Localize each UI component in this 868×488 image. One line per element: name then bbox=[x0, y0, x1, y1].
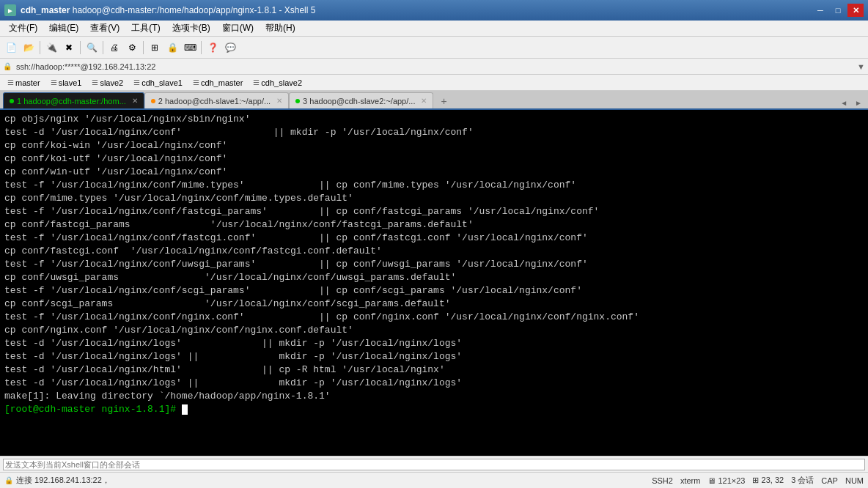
bookmark-icon-cdh-slave2: ☰ bbox=[253, 78, 260, 86]
terminal-cursor bbox=[182, 404, 188, 415]
prompt-text: [root@cdh-master nginx-1.8.1]# bbox=[4, 404, 182, 415]
keyboard-button[interactable]: ⌨ bbox=[182, 40, 198, 56]
settings-button[interactable]: ⚙ bbox=[124, 40, 140, 56]
bookmark-icon-slave1: ☰ bbox=[51, 78, 57, 86]
pos-status: ⊞ 23, 32 bbox=[752, 476, 784, 485]
print-button[interactable]: 🖨 bbox=[106, 40, 122, 56]
bookmark-cdh-master[interactable]: ☰ cdh_master bbox=[188, 77, 247, 89]
status-bar: 🔒 连接 192.168.241.13:22， SSH2 xterm 🖥 121… bbox=[0, 472, 868, 488]
terminal-line-23: [root@cdh-master nginx-1.8.1]# bbox=[4, 403, 864, 416]
tab-label-2: 2 hadoop@cdh-slave1:~/app/... bbox=[158, 97, 271, 106]
terminal-line-2: test -d '/usr/local/nginx/conf' || mkdir… bbox=[4, 126, 864, 139]
toolbar: 📄 📂 🔌 ✖ 🔍 🖨 ⚙ ⊞ 🔒 ⌨ ❓ 💬 bbox=[0, 37, 868, 59]
terminal-line-4: cp conf/koi-utf '/usr/local/nginx/conf' bbox=[4, 152, 864, 166]
tab-label-1: 1 hadoop@cdh-master:/hom... bbox=[17, 97, 126, 106]
search-button[interactable]: 🔍 bbox=[84, 40, 100, 56]
title-text: cdh_master hadoop@cdh-master:/home/hadoo… bbox=[21, 5, 315, 15]
bookmark-label-cdh-master: cdh_master bbox=[201, 78, 243, 87]
maximize-button[interactable]: □ bbox=[830, 4, 846, 17]
cap-status: CAP bbox=[821, 476, 838, 485]
bookmark-slave2[interactable]: ☰ slave2 bbox=[87, 77, 128, 89]
title-subtitle: hadoop@cdh-master:/home/hadoop/app/nginx… bbox=[73, 5, 316, 15]
bookmark-label-cdh-slave1: cdh_slave1 bbox=[141, 78, 183, 87]
tab-dot-3 bbox=[295, 99, 300, 103]
address-text: ssh://hadoop:*****@192.168.241.13:22 bbox=[16, 62, 155, 71]
sessions-status: 3 会话 bbox=[791, 475, 814, 486]
help-icon-button[interactable]: ❓ bbox=[205, 40, 221, 56]
app-icon: ► bbox=[4, 4, 16, 16]
connection-status: 连接 192.168.241.13:22， bbox=[16, 475, 110, 486]
tabs-nav-right[interactable]: ► bbox=[852, 97, 865, 108]
new-tab-button[interactable]: + bbox=[436, 94, 451, 108]
bookmark-slave1[interactable]: ☰ slave1 bbox=[46, 77, 87, 89]
toolbar-sep-5 bbox=[201, 41, 202, 54]
address-dropdown-icon[interactable]: ▼ bbox=[857, 62, 865, 71]
menu-file[interactable]: 文件(F) bbox=[3, 21, 43, 36]
layout-button[interactable]: ⊞ bbox=[147, 40, 163, 56]
toolbar-sep-1 bbox=[40, 41, 40, 54]
num-status: NUM bbox=[845, 476, 864, 485]
bookmark-label-slave1: slave1 bbox=[59, 78, 82, 87]
terminal-line-17: cp conf/nginx.conf '/usr/local/nginx/con… bbox=[4, 324, 864, 337]
tabs-nav-left[interactable]: ◄ bbox=[837, 97, 850, 108]
terminal-line-22: make[1]: Leaving directory `/home/hadoop… bbox=[4, 390, 864, 403]
hostname-label: cdh_master bbox=[21, 5, 70, 15]
minimize-button[interactable]: ─ bbox=[812, 4, 828, 17]
tab-close-1[interactable]: ✕ bbox=[132, 97, 138, 105]
tab-label-3: 3 hadoop@cdh-slave2:~/app/... bbox=[303, 97, 415, 106]
terminal-line-12: test -f '/usr/local/nginx/conf/uwsgi_par… bbox=[4, 258, 864, 271]
lock-icon: 🔒 bbox=[3, 62, 12, 70]
terminal-line-13: cp conf/uwsgi_params '/usr/local/nginx/c… bbox=[4, 271, 864, 284]
bookmark-cdh-slave2[interactable]: ☰ cdh_slave2 bbox=[249, 77, 306, 89]
menu-view[interactable]: 查看(V) bbox=[84, 21, 125, 36]
terminal-line-15: cp conf/scgi_params '/usr/local/nginx/co… bbox=[4, 297, 864, 311]
size-status: 🖥 121×23 bbox=[707, 476, 745, 485]
terminal-line-18: test -d '/usr/local/nginx/logs' || mkdir… bbox=[4, 337, 864, 350]
toolbar-sep-3 bbox=[103, 41, 103, 54]
terminal-line-9: cp conf/fastcgi_params '/usr/local/nginx… bbox=[4, 218, 864, 232]
tabs-nav: ◄ ► bbox=[837, 97, 865, 108]
send-text-input[interactable] bbox=[3, 459, 865, 470]
menu-tabs[interactable]: 选项卡(B) bbox=[166, 21, 216, 36]
bookmark-label-master: master bbox=[15, 78, 40, 87]
terminal-line-16: test -f '/usr/local/nginx/conf/nginx.con… bbox=[4, 311, 864, 324]
tab-2[interactable]: 2 hadoop@cdh-slave1:~/app/... ✕ bbox=[144, 92, 289, 108]
open-button[interactable]: 📂 bbox=[21, 40, 37, 56]
tab-3[interactable]: 3 hadoop@cdh-slave2:~/app/... ✕ bbox=[289, 92, 433, 108]
terminal[interactable]: cp objs/nginx '/usr/local/nginx/sbin/ngi… bbox=[4, 113, 864, 453]
terminal-line-19: test -d '/usr/local/nginx/logs' || mkdir… bbox=[4, 350, 864, 363]
toolbar-sep-4 bbox=[143, 41, 144, 54]
connect-button[interactable]: 🔌 bbox=[43, 40, 59, 56]
bookmark-icon-master: ☰ bbox=[7, 78, 14, 86]
terminal-line-1: cp objs/nginx '/usr/local/nginx/sbin/ngi… bbox=[4, 113, 864, 126]
bookmark-label-cdh-slave2: cdh_slave2 bbox=[261, 78, 302, 87]
zoom-button[interactable]: 🔒 bbox=[164, 40, 180, 56]
terminal-wrapper: cp objs/nginx '/usr/local/nginx/sbin/ngi… bbox=[0, 110, 868, 456]
chat-button[interactable]: 💬 bbox=[222, 40, 238, 56]
toolbar-sep-2 bbox=[80, 41, 81, 54]
terminal-line-5: cp conf/win-utf '/usr/local/nginx/conf' bbox=[4, 166, 864, 179]
bookmark-master[interactable]: ☰ master bbox=[3, 77, 45, 89]
menu-edit[interactable]: 编辑(E) bbox=[43, 21, 84, 36]
menu-bar: 文件(F) 编辑(E) 查看(V) 工具(T) 选项卡(B) 窗口(W) 帮助(… bbox=[0, 21, 868, 37]
status-left: 🔒 连接 192.168.241.13:22， bbox=[4, 475, 110, 486]
ssh-status: SSH2 bbox=[652, 476, 673, 485]
term-status: xterm bbox=[680, 476, 701, 485]
address-bar: 🔒 ssh://hadoop:*****@192.168.241.13:22 ▼ bbox=[0, 59, 868, 75]
tab-close-3[interactable]: ✕ bbox=[421, 97, 427, 105]
lock-status-icon: 🔒 bbox=[4, 476, 13, 484]
menu-tools[interactable]: 工具(T) bbox=[125, 21, 166, 36]
new-session-button[interactable]: 📄 bbox=[3, 40, 19, 56]
bookmark-icon-slave2: ☰ bbox=[92, 78, 98, 86]
bookmark-icon-cdh-master: ☰ bbox=[193, 78, 199, 86]
title-bar-left: ► cdh_master hadoop@cdh-master:/home/had… bbox=[4, 4, 315, 16]
app-window: ► cdh_master hadoop@cdh-master:/home/had… bbox=[0, 0, 868, 488]
menu-window[interactable]: 窗口(W) bbox=[216, 21, 260, 36]
tab-close-2[interactable]: ✕ bbox=[276, 97, 282, 105]
menu-help[interactable]: 帮助(H) bbox=[260, 21, 301, 36]
terminal-line-20: test -d '/usr/local/nginx/html' || cp -R… bbox=[4, 363, 864, 377]
tab-1[interactable]: 1 hadoop@cdh-master:/hom... ✕ bbox=[3, 92, 144, 108]
bookmark-cdh-slave1[interactable]: ☰ cdh_slave1 bbox=[129, 77, 187, 89]
close-button[interactable]: ✕ bbox=[847, 4, 864, 17]
disconnect-button[interactable]: ✖ bbox=[61, 40, 77, 56]
